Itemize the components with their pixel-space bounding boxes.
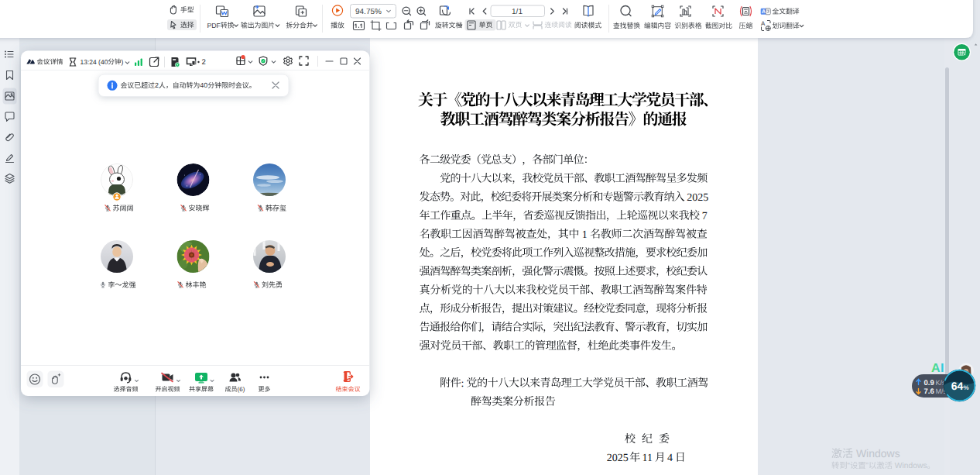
- svg-text:13:24: 13:24: [81, 58, 98, 66]
- svg-text:7: 7: [702, 211, 708, 222]
- svg-text:7.6: 7.6: [924, 387, 934, 396]
- svg-text:%: %: [963, 384, 968, 391]
- svg-text:64: 64: [951, 380, 964, 392]
- svg-text:(6): (6): [238, 386, 245, 393]
- svg-text:Windows: Windows: [856, 447, 900, 460]
- svg-text:AI: AI: [931, 362, 944, 375]
- svg-text:40: 40: [200, 81, 207, 89]
- svg-text:11: 11: [642, 453, 653, 464]
- svg-text:“: “: [848, 462, 851, 470]
- svg-text:PDF: PDF: [207, 22, 221, 29]
- svg-text:A: A: [761, 20, 766, 27]
- svg-text:2: 2: [202, 58, 206, 67]
- svg-text:1: 1: [582, 229, 588, 241]
- svg-text:2: 2: [155, 81, 159, 89]
- svg-text:4: 4: [667, 453, 673, 464]
- svg-text:Windows: Windows: [895, 462, 927, 470]
- svg-text:): ): [121, 58, 123, 66]
- svg-text:94.75%: 94.75%: [355, 8, 382, 16]
- svg-text:2025: 2025: [687, 192, 708, 204]
- svg-text:(40: (40: [98, 58, 108, 66]
- svg-text:”: ”: [866, 462, 869, 470]
- svg-text:0.9: 0.9: [924, 379, 934, 387]
- svg-text:2025: 2025: [607, 453, 629, 464]
- svg-text:A: A: [762, 9, 766, 15]
- svg-text:1/1: 1/1: [512, 8, 523, 16]
- svg-text::: :: [461, 378, 464, 390]
